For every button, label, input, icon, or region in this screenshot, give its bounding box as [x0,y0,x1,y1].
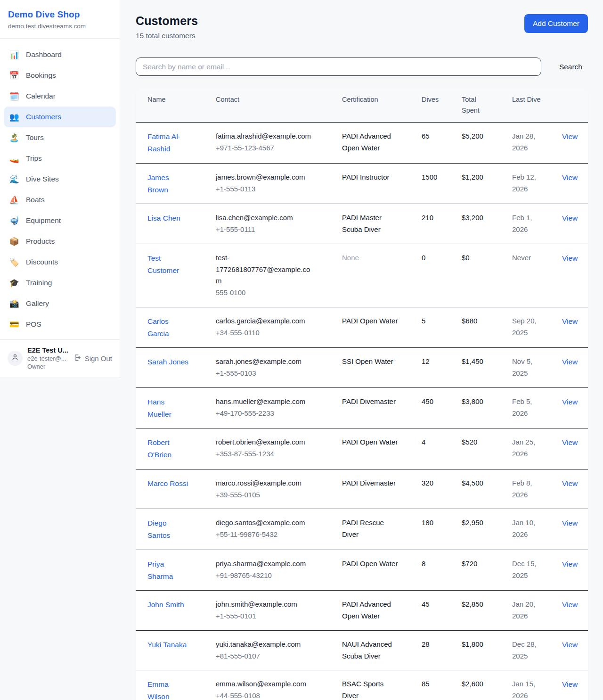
customer-phone: 555-0100 [216,287,316,299]
customer-last-dive: Dec 28, 2025 [512,631,562,670]
view-customer-link[interactable]: View [562,398,578,406]
customer-contact: emma.wilson@example.com +44-555-0108 [216,670,342,700]
search-input[interactable] [136,58,541,76]
customer-name-link[interactable]: Yuki Tanaka [147,641,187,649]
customer-email: test-1772681807767@example.com [216,252,316,287]
sidebar-item-tours[interactable]: 🏝️ Tours [4,127,116,148]
table-row: Yuki Tanaka yuki.tanaka@example.com +81-… [136,631,588,671]
customer-name-link[interactable]: Fatima Al-Rashid [147,132,180,153]
customer-phone: +49-170-555-2233 [216,408,316,420]
customer-phone: +55-11-99876-5432 [216,529,316,541]
customer-name-link[interactable]: Hans Mueller [147,398,171,418]
sidebar-item-dashboard[interactable]: 📊 Dashboard [4,44,116,65]
column-header: Name [136,88,216,122]
customer-name-link[interactable]: John Smith [147,601,184,609]
view-customer-link[interactable]: View [562,317,578,325]
sidebar-item-products[interactable]: 📦 Products [4,231,116,252]
view-customer-link[interactable]: View [562,173,578,181]
sidebar-item-dive-sites[interactable]: 🌊 Dive Sites [4,169,116,189]
table-row: Fatima Al-Rashid fatima.alrashid@example… [136,123,588,164]
customer-contact: diego.santos@example.com +55-11-99876-54… [216,509,342,550]
table-row: Marco Rossi marco.rossi@example.com +39-… [136,469,588,510]
column-header: Dives [422,88,462,122]
customer-last-dive: Jan 10, 2026 [512,509,562,550]
view-customer-link[interactable]: View [562,680,578,688]
customer-contact: hans.mueller@example.com +49-170-555-223… [216,388,342,428]
customer-email: sarah.jones@example.com [216,356,316,368]
sidebar-item-boats[interactable]: ⛵ Boats [4,189,116,210]
customer-contact: priya.sharma@example.com +91-98765-43210 [216,550,342,591]
customer-contact: robert.obrien@example.com +353-87-555-12… [216,428,342,469]
sidebar-item-equipment[interactable]: 🤿 Equipment [4,210,116,231]
customer-name-link[interactable]: Robert O'Brien [147,438,171,459]
tours-icon: 🏝️ [8,134,20,142]
calendar-icon: 🗓️ [8,92,20,100]
customer-name-link[interactable]: Priya Sharma [147,560,173,580]
main-content: Customers 15 total customers Add Custome… [120,0,603,700]
customer-total-spent: $2,850 [462,591,512,630]
view-customer-link[interactable]: View [562,358,578,366]
sidebar-item-training[interactable]: 🎓 Training [4,272,116,293]
customer-certification: NAUI Advanced Scuba Diver [342,631,422,670]
sign-out-button[interactable]: Sign Out [73,354,112,363]
customer-phone: +44-555-0108 [216,690,316,700]
table-row: Test Customer test-1772681807767@example… [136,244,588,307]
customer-total-spent: $3,800 [462,388,512,428]
customer-dives: 4 [422,428,462,469]
customer-name-link[interactable]: Sarah Jones [147,358,188,366]
customer-certification: PADI Master Scuba Diver [342,204,422,244]
customer-name-link[interactable]: James Brown [147,173,169,194]
table-row: Priya Sharma priya.sharma@example.com +9… [136,550,588,591]
customer-name-link[interactable]: Test Customer [147,254,179,274]
user-email: e2e-tester@... [27,355,68,362]
search-bar: Search [136,58,588,76]
customer-email: carlos.garcia@example.com [216,315,316,327]
search-button[interactable]: Search [554,61,588,73]
sidebar-item-discounts[interactable]: 🏷️ Discounts [4,252,116,272]
customer-count: 15 total customers [136,32,198,40]
view-customer-link[interactable]: View [562,438,578,446]
customer-name-link[interactable]: Marco Rossi [147,479,188,487]
trips-icon: 🚤 [8,155,20,163]
view-customer-link[interactable]: View [562,519,578,527]
customer-email: priya.sharma@example.com [216,558,316,570]
user-avatar-icon [11,353,19,363]
sidebar-item-label: Training [26,279,52,287]
customer-dives: 12 [422,348,462,387]
column-header: Total Spent [462,88,512,122]
sidebar-item-bookings[interactable]: 📅 Bookings [4,65,116,86]
customer-certification: PADI Instructor [342,164,422,204]
page-title: Customers [136,14,198,28]
customer-certification: PADI Open Water [342,550,422,591]
customer-certification: PADI Divemaster [342,388,422,428]
view-customer-link[interactable]: View [562,214,578,222]
customer-contact: test-1772681807767@example.com 555-0100 [216,244,342,307]
sidebar-item-customers[interactable]: 👥 Customers [4,107,116,127]
customer-phone: +91-98765-43210 [216,570,316,582]
view-customer-link[interactable]: View [562,601,578,609]
shop-title: Demo Dive Shop [8,9,112,20]
customer-certification: PADI Advanced Open Water [342,123,422,163]
customer-name-link[interactable]: Emma Wilson [147,680,170,700]
page-title-block: Customers 15 total customers [136,14,198,40]
sidebar-item-calendar[interactable]: 🗓️ Calendar [4,86,116,107]
sidebar-item-gallery[interactable]: 📸 Gallery [4,293,116,314]
customer-name-link[interactable]: Lisa Chen [147,214,180,222]
customer-name-link[interactable]: Diego Santos [147,519,170,539]
customer-name-link[interactable]: Carlos Garcia [147,317,169,338]
customer-contact: marco.rossi@example.com +39-555-0105 [216,469,342,509]
view-customer-link[interactable]: View [562,254,578,262]
customer-dives: 210 [422,204,462,244]
view-customer-link[interactable]: View [562,641,578,649]
view-customer-link[interactable]: View [562,132,578,140]
sidebar-item-label: Gallery [26,299,49,308]
add-customer-button[interactable]: Add Customer [524,14,588,33]
customers-icon: 👥 [8,113,20,121]
sidebar-item-pos[interactable]: 💳 POS [4,314,116,335]
customer-dives: 85 [422,670,462,700]
customer-last-dive: Feb 1, 2026 [512,204,562,244]
view-customer-link[interactable]: View [562,560,578,568]
view-customer-link[interactable]: View [562,479,578,487]
sidebar-item-trips[interactable]: 🚤 Trips [4,148,116,169]
sidebar-item-label: Bookings [26,71,56,80]
